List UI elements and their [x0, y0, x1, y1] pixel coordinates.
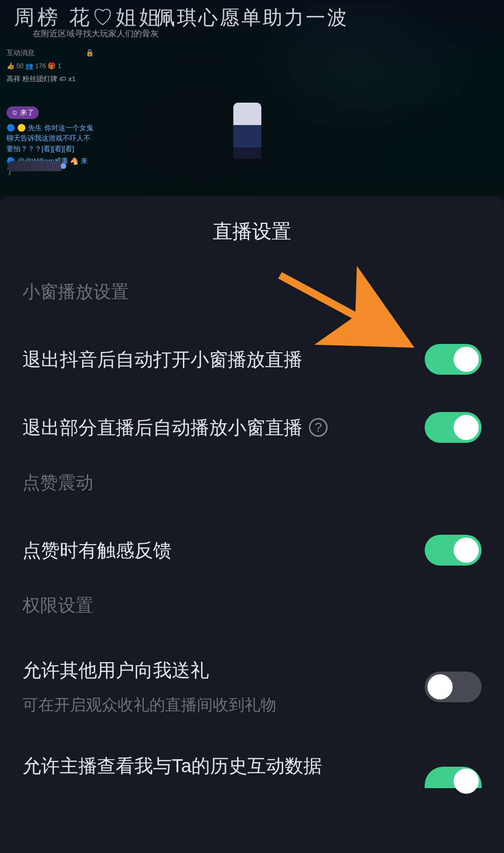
toggle-allow-gifts[interactable]	[425, 671, 482, 702]
toggle-history-data[interactable]	[425, 767, 482, 788]
chat-header: 互动消息 🔒	[4, 47, 97, 59]
section-like-vibration: 点赞震动	[0, 461, 504, 516]
row-allow-gifts-sub: 可在开启观众收礼的直播间收到礼物	[22, 694, 276, 716]
chat-stats: 👍 50 👥 176 🎁 1	[4, 59, 97, 73]
chat-header-label: 互动消息	[7, 48, 35, 58]
section-permissions: 权限设置	[0, 584, 504, 639]
toggle-exit-live-pip[interactable]	[425, 412, 482, 443]
toggle-haptic[interactable]	[425, 535, 482, 566]
chat-line-msg: 🔵 🟡 先生 你对这一个女鬼聊天告诉我这游戏不吓人不要怕？？？[看][看][看]	[4, 122, 97, 155]
row-exit-app-pip-label: 退出抖音后自动打开小窗播放直播	[22, 347, 302, 372]
row-history-data-label: 允许主播查看我与Ta的历史互动数据	[22, 753, 322, 779]
row-haptic[interactable]: 点赞时有触感反馈	[0, 516, 504, 584]
wish-banner: 佩琪心愿单助力一波	[0, 5, 504, 31]
row-allow-gifts[interactable]: 允许其他用户向我送礼 可在开启观众收礼的直播间收到礼物	[0, 639, 504, 734]
chat-line-fan: 高祥 粉丝团灯牌 🏷 x1	[4, 73, 97, 85]
game-character	[233, 103, 261, 159]
row-history-data[interactable]: 允许主播查看我与Ta的历史互动数据	[0, 734, 504, 783]
row-exit-app-pip[interactable]: 退出抖音后自动打开小窗播放直播	[0, 325, 504, 393]
chat-panel: 互动消息 🔒 👍 50 👥 176 🎁 1 高祥 粉丝团灯牌 🏷 x1 ☺ 来了…	[4, 47, 97, 178]
live-stream-background: 周榜 花♡姐姐 在附近区域寻找大玩家人们的骨灰 佩琪心愿单助力一波 互动消息 🔒…	[0, 0, 504, 196]
live-settings-sheet: 直播设置 小窗播放设置 退出抖音后自动打开小窗播放直播 退出部分直播后自动播放小…	[0, 196, 504, 853]
lock-icon: 🔒	[85, 48, 94, 58]
row-haptic-label: 点赞时有触感反馈	[22, 538, 172, 563]
toggle-exit-app-pip[interactable]	[425, 344, 482, 375]
row-exit-live-pip[interactable]: 退出部分直播后自动播放小窗直播 ?	[0, 393, 504, 461]
ufo-graphic	[7, 161, 63, 171]
help-icon[interactable]: ?	[309, 418, 328, 437]
entry-pill: ☺ 来了	[7, 106, 39, 119]
sheet-title: 直播设置	[0, 196, 504, 271]
row-exit-live-pip-label: 退出部分直播后自动播放小窗直播 ?	[22, 415, 328, 440]
section-mini-window: 小窗播放设置	[0, 271, 504, 325]
row-allow-gifts-label: 允许其他用户向我送礼	[22, 657, 276, 683]
